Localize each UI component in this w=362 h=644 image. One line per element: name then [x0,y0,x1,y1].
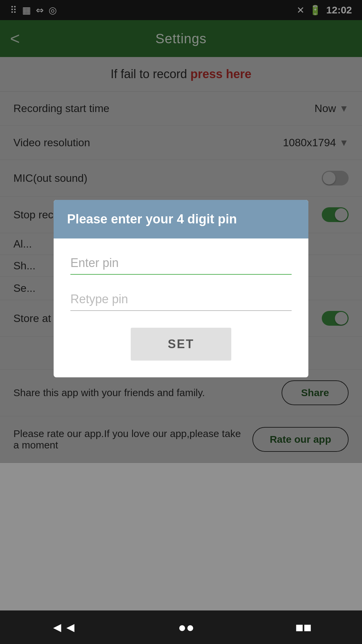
dialog-header: Please enter your 4 digit pin [54,200,308,238]
nav-bar: ◄ ● ■ [0,610,362,644]
dialog-body: SET [54,238,308,377]
nav-back-button[interactable]: ◄ [44,613,84,642]
set-pin-button[interactable]: SET [131,328,231,361]
retype-pin-input[interactable] [70,288,292,311]
dialog-title: Please enter your 4 digit pin [67,212,237,226]
enter-pin-input[interactable] [70,252,292,275]
nav-recents-button[interactable]: ■ [289,613,318,642]
dialog-overlay: Please enter your 4 digit pin SET [0,0,362,644]
pin-dialog: Please enter your 4 digit pin SET [54,200,308,377]
nav-home-button[interactable]: ● [171,613,201,642]
